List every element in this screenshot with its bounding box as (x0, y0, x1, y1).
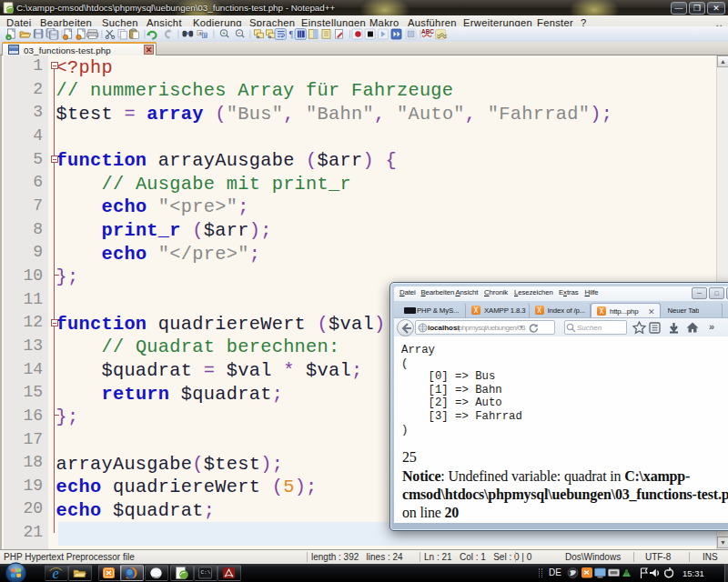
svg-text:¶: ¶ (289, 30, 294, 39)
svg-text:−: − (238, 30, 241, 35)
svg-text:b: b (204, 33, 207, 38)
svg-text:+: + (7, 35, 10, 40)
svg-text:a: a (199, 30, 202, 35)
svg-text:ABC: ABC (421, 28, 434, 35)
svg-text:+: + (222, 30, 226, 35)
